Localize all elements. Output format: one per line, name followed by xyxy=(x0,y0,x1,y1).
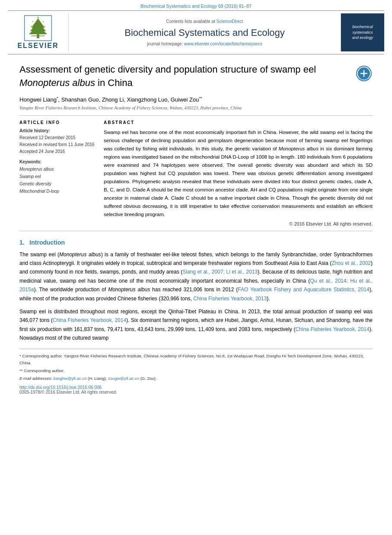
homepage-url[interactable]: www.elsevier.com/locate/biochemsyseco xyxy=(184,41,262,46)
journal-ref-line: Biochemical Systematics and Ecology 68 (… xyxy=(0,0,392,10)
header-banner: ELSEVIER Contents lists available at Sci… xyxy=(8,10,384,54)
footnote-2: ** Corresponding author. xyxy=(19,367,373,374)
elsevier-wordmark: ELSEVIER xyxy=(17,42,58,50)
svg-point-7 xyxy=(32,21,34,22)
email-link-2[interactable]: zougw@yfi.ac.cn xyxy=(108,376,139,381)
article-history-label: Article history: xyxy=(19,128,95,133)
elsevier-logo: ELSEVIER xyxy=(17,15,58,50)
journal-logo-text: biochemical systematics and ecology xyxy=(352,24,373,41)
intro-para-2: Swamp eel is distributed throughout most… xyxy=(19,307,373,343)
header-center: Contents lists available at ScienceDirec… xyxy=(68,13,341,51)
article-title-text: Assessment of genetic diversity and popu… xyxy=(19,63,351,90)
article-title-area: Assessment of genetic diversity and popu… xyxy=(19,63,373,90)
journal-homepage: journal homepage: www.elsevier.com/locat… xyxy=(147,41,262,46)
journal-logo-box: biochemical systematics and ecology xyxy=(341,13,384,51)
ref-china-fisheries-2014a[interactable]: China Fisheries Yearbook, 2014 xyxy=(53,317,126,323)
contents-line: Contents lists available at ScienceDirec… xyxy=(166,19,243,24)
abstract-label: ABSTRACT xyxy=(104,120,373,125)
email-link-1[interactable]: lianghw@yfi.ac.cn xyxy=(54,376,87,381)
sciencedirect-link[interactable]: ScienceDirect xyxy=(217,19,243,24)
affiliation-line: Yangtze River Fisheries Research Institu… xyxy=(19,105,373,110)
ref-fao-2014[interactable]: FAO Yearbook Fishery and Aquaculture Sta… xyxy=(238,287,369,293)
crossmark-icon: CrossMark xyxy=(356,65,372,82)
authors-line: Hongwei Liang*, Shanshan Guo, Zhong Li, … xyxy=(19,96,373,103)
svg-point-10 xyxy=(44,25,45,27)
ref-china-fisheries-2013[interactable]: China Fisheries Yearbook, 2013 xyxy=(193,296,267,302)
ref-china-fisheries-2014b[interactable]: China Fisheries Yearbook, 2014 xyxy=(295,326,369,332)
intro-para-1: The swamp eel (Monopterus albus) is a fa… xyxy=(19,250,373,303)
main-content: Assessment of genetic diversity and popu… xyxy=(0,54,392,403)
ref-slang-2007[interactable]: Slang et al., 2007; Li et al., 2013 xyxy=(182,269,258,275)
svg-text:CrossMark: CrossMark xyxy=(359,78,370,80)
footer-divider xyxy=(19,349,373,349)
intro-section-title: 1. Introduction xyxy=(19,239,373,246)
elsevier-logo-area: ELSEVIER xyxy=(8,13,68,51)
svg-rect-1 xyxy=(37,34,39,38)
ref-zhou-2002[interactable]: Zhou et al., 2002 xyxy=(331,260,371,266)
footnote-emails: E-mail addresses: lianghw@yfi.ac.cn (H. … xyxy=(19,375,373,382)
svg-point-6 xyxy=(37,17,39,19)
divider-2 xyxy=(19,231,373,231)
journal-title-header: Biochemical Systematics and Ecology xyxy=(124,27,285,38)
two-col-layout: ARTICLE INFO Article history: Received 1… xyxy=(19,120,373,226)
footnote-1: * Corresponding author. Yangtze River Fi… xyxy=(19,353,373,366)
copyright-line: © 2016 Elsevier Ltd. All rights reserved… xyxy=(104,221,373,226)
article-info-col: ARTICLE INFO Article history: Received 1… xyxy=(19,120,95,226)
svg-point-9 xyxy=(31,25,32,27)
divider-1 xyxy=(19,115,373,116)
keywords-list: Monopterus albus Swamp eel Genetic diver… xyxy=(19,166,95,195)
svg-point-8 xyxy=(43,21,44,22)
abstract-col: ABSTRACT Swamp eel has become one of the… xyxy=(104,120,373,226)
article-dates: Received 12 December 2015 Received in re… xyxy=(19,134,95,155)
keywords-label: Keywords: xyxy=(19,159,95,164)
issn-line: 0305-1978/© 2016 Elsevier Ltd. All right… xyxy=(19,390,373,395)
elsevier-tree-icon xyxy=(23,15,53,41)
crossmark-badge[interactable]: CrossMark xyxy=(355,65,373,82)
article-info-label: ARTICLE INFO xyxy=(19,120,95,125)
abstract-text: Swamp eel has become one of the most eco… xyxy=(104,128,373,219)
doi-line[interactable]: http://dx.doi.org/10.1016/j.bse.2016.06.… xyxy=(19,385,373,390)
